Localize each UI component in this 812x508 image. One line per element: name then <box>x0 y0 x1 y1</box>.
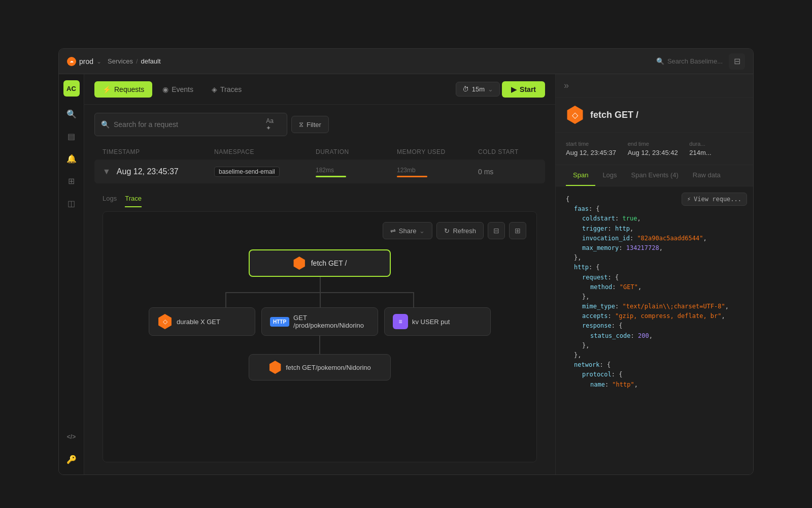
share-button[interactable]: ⇌ Share ⌄ <box>383 222 433 239</box>
durable-label: durable X GET <box>177 318 220 326</box>
refresh-icon: ↻ <box>444 227 450 235</box>
table-header: Timestamp Namespace Duration Memory Used… <box>94 144 545 160</box>
search-global-icon: 🔍 <box>656 57 664 65</box>
memory-value: 123mb <box>397 166 478 174</box>
tab-requests[interactable]: ⚡ Requests <box>94 81 152 98</box>
panel-tab-span-events[interactable]: Span Events (4) <box>624 165 686 186</box>
sidebar-item-grid[interactable]: ⊞ <box>62 172 81 190</box>
sidebar: AC 🔍 ▤ 🔔 ⊞ ◫ </> 🔑 <box>59 74 84 474</box>
kv-icon: ≡ <box>393 314 408 329</box>
view-req-icon: ⚡ <box>687 196 691 203</box>
duration-label: dura... <box>689 141 743 147</box>
tab-traces-label: Traces <box>220 85 242 93</box>
breadcrumb-services[interactable]: Services <box>108 57 133 65</box>
panel-tab-raw[interactable]: Raw data <box>686 165 728 186</box>
http-label: GET /prod/pokemon/Nidorino <box>293 314 369 329</box>
sub-node-icon <box>268 361 282 374</box>
start-time-label: start time <box>566 141 620 147</box>
root-node-label: fetch GET / <box>311 259 347 267</box>
share-icon: ⇌ <box>390 227 396 235</box>
sub-tab-logs[interactable]: Logs <box>103 195 117 207</box>
refresh-button[interactable]: ↻ Refresh <box>436 222 484 239</box>
sidebar-item-stack[interactable]: ◫ <box>62 194 81 212</box>
sidebar-item-bell[interactable]: 🔔 <box>62 149 81 168</box>
sub-node-label: fetch GET/pokemon/Nidorino <box>286 364 371 371</box>
time-value: 15m <box>472 85 485 93</box>
connector-top <box>320 277 321 292</box>
env-selector[interactable]: ☁ prod ⌄ <box>67 57 101 66</box>
tab-requests-label: Requests <box>114 85 144 93</box>
search-opts: Aa ✦ <box>266 117 281 132</box>
trace-sub-node[interactable]: fetch GET/pokemon/Nidorino <box>249 354 391 380</box>
code-panel[interactable]: ⚡ View reque... { faas: { coldstart: tru… <box>556 186 753 474</box>
view-request-button[interactable]: ⚡ View reque... <box>682 193 747 206</box>
col-namespace: Namespace <box>214 148 316 155</box>
panel-tab-span[interactable]: Span <box>566 165 595 186</box>
filter-label: Filter <box>307 121 321 129</box>
global-search-label: Search Baselime... <box>667 57 723 65</box>
env-icon: ☁ <box>67 57 76 66</box>
meta-end-time: end time Aug 12, 23:45:42 <box>628 141 682 156</box>
sub-tabs: Logs Trace <box>94 188 545 207</box>
sidebar-item-layers[interactable]: ▤ <box>62 127 81 145</box>
search-input[interactable] <box>114 120 262 129</box>
requests-icon: ⚡ <box>103 85 111 93</box>
sub-tab-trace[interactable]: Trace <box>125 195 142 207</box>
time-chevron: ⌄ <box>488 85 493 93</box>
panel-expand-btn[interactable]: » <box>556 74 753 98</box>
content-area: ⚡ Requests ◉ Events ◈ Traces ⏱ 15m ⌄ <box>84 74 555 474</box>
global-search[interactable]: 🔍 Search Baselime... <box>656 57 723 65</box>
breadcrumb-sep: / <box>136 57 138 65</box>
search-input-wrap[interactable]: 🔍 Aa ✦ <box>94 113 287 136</box>
sidebar-item-key[interactable]: 🔑 <box>62 450 81 468</box>
col-duration: Duration <box>316 148 397 155</box>
panel-logo: ◇ <box>566 106 584 124</box>
timestamp-value: Aug 12, 23:45:37 <box>117 167 179 176</box>
view-req-label: View reque... <box>694 196 741 203</box>
tab-events[interactable]: ◉ Events <box>154 81 201 98</box>
table-row[interactable]: ▼ Aug 12, 23:45:37 baselime-send-email 1… <box>94 160 545 183</box>
start-button[interactable]: ▶ Start <box>502 81 545 98</box>
env-label: prod <box>79 57 93 66</box>
traces-icon: ◈ <box>212 85 217 93</box>
http-icon: HTTP <box>270 317 289 327</box>
sub-connector <box>319 336 320 354</box>
right-panel: » ◇ fetch GET / start time Aug 12, 23:45… <box>555 74 753 474</box>
panel-title: fetch GET / <box>590 110 638 120</box>
trace-root-node[interactable]: fetch GET / <box>249 249 391 277</box>
time-selector[interactable]: ⏱ 15m ⌄ <box>456 82 500 97</box>
trace-child-kv[interactable]: ≡ kv USER put <box>384 307 491 336</box>
duration-bar <box>316 176 346 177</box>
sidebar-item-monitor[interactable]: 🔍 <box>62 105 81 123</box>
trace-children-row: ◇ durable X GET HTTP GET /prod/pokemon/N… <box>149 307 491 336</box>
top-bar: ☁ prod ⌄ Services / default 🔍 Search Bas… <box>59 49 753 74</box>
end-time-label: end time <box>628 141 682 147</box>
env-chevron: ⌄ <box>96 58 101 65</box>
filter-button[interactable]: ⧖ Filter <box>291 116 329 133</box>
duration-meta-value: 214m... <box>689 149 743 156</box>
tab-traces[interactable]: ◈ Traces <box>204 81 250 98</box>
start-time-value: Aug 12, 23:45:37 <box>566 149 620 156</box>
row-namespace: baselime-send-email <box>214 167 316 177</box>
breadcrumb: Services / default <box>108 57 161 65</box>
docs-icon[interactable]: ⊟ <box>729 53 745 70</box>
trace-child-durable[interactable]: ◇ durable X GET <box>149 307 255 336</box>
play-icon: ▶ <box>511 85 517 93</box>
memory-bar <box>397 176 427 177</box>
trace-child-http[interactable]: HTTP GET /prod/pokemon/Nidorino <box>261 307 378 336</box>
panel-tab-logs[interactable]: Logs <box>595 165 624 186</box>
tabs-bar: ⚡ Requests ◉ Events ◈ Traces ⏱ 15m ⌄ <box>84 74 555 105</box>
panel-title-row: ◇ fetch GET / <box>556 98 753 133</box>
breadcrumb-default[interactable]: default <box>141 57 161 65</box>
sidebar-item-code[interactable]: </> <box>62 428 81 446</box>
row-expand-icon[interactable]: ▼ <box>103 167 111 176</box>
end-time-value: Aug 12, 23:45:42 <box>628 149 682 156</box>
app-logo: AC <box>63 80 80 97</box>
trace-view-btn1[interactable]: ⊟ <box>488 222 505 239</box>
row-cold-start: 0 ms <box>478 168 555 176</box>
share-label: Share <box>399 227 417 235</box>
share-chevron: ⌄ <box>419 227 425 235</box>
trace-view-btn2[interactable]: ⊞ <box>509 222 526 239</box>
row-duration: 182ms <box>316 166 397 177</box>
main-layout: AC 🔍 ▤ 🔔 ⊞ ◫ </> 🔑 ⚡ Requests ◉ Events <box>59 74 753 474</box>
